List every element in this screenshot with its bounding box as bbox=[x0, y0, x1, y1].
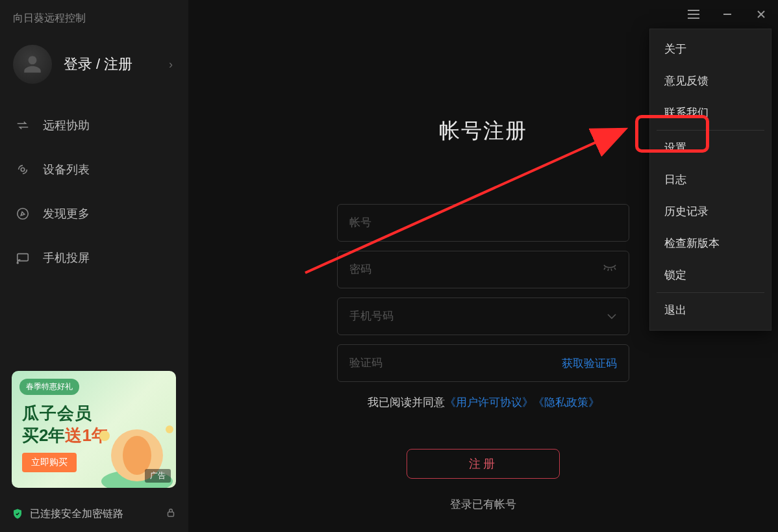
promo-card[interactable]: 春季特惠好礼 瓜子会员 买2年送1年 立即购买 广告 bbox=[12, 371, 176, 488]
promo-badge: 春季特惠好礼 bbox=[19, 379, 79, 395]
sidebar-item-discover[interactable]: 发现更多 bbox=[0, 192, 188, 236]
ad-tag: 广告 bbox=[145, 469, 171, 483]
promo-line1: 瓜子会员 bbox=[22, 402, 92, 425]
register-form: 帐号注册 获取验证码 我已阅读并同意 《用户许可协议》 《隐私政策》 注册 bbox=[337, 117, 629, 512]
chevron-down-icon[interactable] bbox=[607, 310, 617, 322]
sidebar-item-devices[interactable]: 设备列表 bbox=[0, 147, 188, 192]
svg-rect-9 bbox=[168, 512, 174, 516]
lock-icon[interactable] bbox=[165, 507, 177, 521]
svg-line-16 bbox=[604, 268, 605, 270]
svg-line-19 bbox=[614, 268, 616, 270]
menu-item-feedback[interactable]: 意见反馈 bbox=[650, 65, 771, 97]
sidebar-item-remote[interactable]: 远程协助 bbox=[0, 103, 188, 147]
get-code-button[interactable]: 获取验证码 bbox=[562, 356, 617, 371]
svg-point-1 bbox=[18, 209, 29, 220]
promo-buy-button[interactable]: 立即购买 bbox=[22, 453, 77, 472]
svg-point-7 bbox=[99, 431, 110, 441]
svg-point-3 bbox=[17, 262, 18, 264]
svg-point-0 bbox=[21, 168, 25, 171]
svg-point-8 bbox=[166, 425, 173, 433]
shield-check-icon bbox=[12, 508, 23, 520]
sidebar-item-label: 手机投屏 bbox=[43, 250, 90, 266]
status-bar: 已连接安全加密链路 bbox=[0, 496, 188, 532]
password-field[interactable] bbox=[337, 251, 629, 288]
close-button[interactable] bbox=[744, 0, 778, 29]
sidebar-item-cast[interactable]: 手机投屏 bbox=[0, 236, 188, 280]
sidebar: 向日葵远程控制 登录 / 注册 › 远程协助 设备列表 发现更多 手机投屏 春季… bbox=[0, 0, 188, 532]
agree-prefix: 我已阅读并同意 bbox=[368, 395, 445, 410]
account-input[interactable] bbox=[349, 216, 617, 229]
privacy-policy-link[interactable]: 《隐私政策》 bbox=[533, 395, 599, 410]
menu-item-contact[interactable]: 联系我们 bbox=[650, 97, 771, 129]
login-existing-link[interactable]: 登录已有帐号 bbox=[450, 497, 516, 512]
sidebar-item-label: 远程协助 bbox=[43, 118, 90, 133]
sidebar-item-label: 设备列表 bbox=[43, 162, 90, 177]
menu-item-about[interactable]: 关于 bbox=[650, 33, 771, 65]
avatar bbox=[13, 45, 52, 84]
menu-item-settings[interactable]: 设置 bbox=[650, 132, 771, 164]
menu-separator bbox=[657, 292, 764, 293]
login-register-row[interactable]: 登录 / 注册 › bbox=[0, 32, 188, 103]
radar-icon bbox=[13, 162, 32, 177]
cast-icon bbox=[13, 251, 32, 265]
user-agreement-link[interactable]: 《用户许可协议》 bbox=[445, 395, 533, 410]
register-button[interactable]: 注册 bbox=[407, 449, 560, 479]
svg-line-18 bbox=[611, 269, 612, 272]
account-field[interactable] bbox=[337, 204, 629, 242]
menu-button[interactable] bbox=[677, 0, 710, 29]
menu-separator bbox=[657, 130, 764, 131]
phone-field[interactable] bbox=[337, 298, 629, 335]
user-icon bbox=[21, 53, 44, 75]
swap-icon bbox=[13, 118, 32, 133]
register-title: 帐号注册 bbox=[439, 117, 527, 146]
svg-line-17 bbox=[608, 269, 609, 272]
main-panel: 帐号注册 获取验证码 我已阅读并同意 《用户许可协议》 《隐私政策》 注册 bbox=[188, 0, 778, 532]
code-field[interactable]: 获取验证码 bbox=[337, 344, 629, 382]
eye-closed-icon[interactable] bbox=[603, 264, 617, 275]
agreement-row: 我已阅读并同意 《用户许可协议》 《隐私政策》 bbox=[368, 395, 599, 410]
phone-input[interactable] bbox=[349, 310, 617, 323]
login-register-label: 登录 / 注册 bbox=[52, 55, 169, 74]
menu-item-history[interactable]: 历史记录 bbox=[650, 196, 771, 227]
status-text: 已连接安全加密链路 bbox=[30, 507, 123, 521]
menu-item-update[interactable]: 检查新版本 bbox=[650, 227, 771, 259]
menu-item-lock[interactable]: 锁定 bbox=[650, 259, 771, 291]
menu-item-exit[interactable]: 退出 bbox=[650, 294, 771, 326]
sidebar-item-label: 发现更多 bbox=[43, 206, 90, 222]
compass-icon bbox=[13, 207, 32, 221]
window-controls bbox=[677, 0, 778, 29]
password-input[interactable] bbox=[349, 263, 603, 276]
menu-item-log[interactable]: 日志 bbox=[650, 164, 771, 196]
chevron-right-icon: › bbox=[169, 58, 175, 71]
main-menu-dropdown: 关于 意见反馈 联系我们 设置 日志 历史记录 检查新版本 锁定 退出 bbox=[649, 29, 772, 331]
code-input[interactable] bbox=[349, 357, 562, 370]
minimize-button[interactable] bbox=[710, 0, 744, 29]
app-title: 向日葵远程控制 bbox=[0, 0, 188, 32]
